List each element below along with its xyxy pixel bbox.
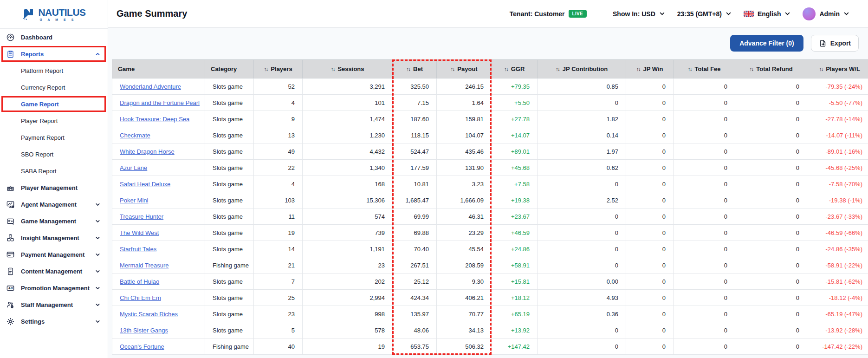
cell-jp_win: 0 <box>626 111 674 127</box>
cell-jp_contribution: 0.00 <box>538 273 626 290</box>
game-link[interactable]: Dragon and the Fortune Pearl <box>120 99 200 106</box>
game-link[interactable]: Mystic Scarab Riches <box>120 311 178 318</box>
cell-sessions: 23 <box>303 257 393 273</box>
game-link[interactable]: Poker Mini <box>120 197 148 204</box>
cell-ggr: +24.86 <box>492 241 538 257</box>
game-link[interactable]: Mermaid Treasure <box>120 262 168 269</box>
cell-total_fee: 0 <box>674 160 735 176</box>
cell-sessions: 3,291 <box>303 78 393 95</box>
cell-game: Ocean's Fortune <box>112 338 205 355</box>
game-link[interactable]: Wonderland Adventure <box>120 83 181 90</box>
sidebar-subitem-label: Player Report <box>21 117 58 124</box>
column-header-sessions[interactable]: ↑↓Sessions <box>303 60 393 78</box>
game-link[interactable]: Azur Lane <box>120 164 147 171</box>
cell-jp_contribution: 0 <box>538 208 626 225</box>
cell-jp_win: 0 <box>626 338 674 355</box>
export-button[interactable]: Export <box>811 35 859 52</box>
sidebar-item-platform-report[interactable]: Platform Report <box>0 62 108 79</box>
cell-players_wl: -58.91 (-22%) <box>807 257 868 273</box>
sidebar-item-insight-management[interactable]: Insight Management <box>0 229 108 246</box>
game-link[interactable]: Checkmate <box>120 132 150 139</box>
cell-players: 4 <box>254 176 303 192</box>
sidebar-item-staff-management[interactable]: Staff Management <box>0 296 108 313</box>
sidebar-item-reports[interactable]: Reports <box>0 46 108 62</box>
cell-total_refund: 0 <box>735 111 807 127</box>
column-header-total-refund[interactable]: ↑↓Total Refund <box>735 60 807 78</box>
sidebar-item-saba-report[interactable]: SABA Report <box>0 163 108 179</box>
game-link[interactable]: Safari Heat Deluxe <box>120 181 170 188</box>
game-link[interactable]: Starfruit Tales <box>120 246 156 253</box>
column-header-jp-contribution[interactable]: ↑↓JP Contribution <box>538 60 626 78</box>
export-icon <box>819 39 827 47</box>
table-row: Mermaid TreasureFishing game2123267.5120… <box>112 257 868 273</box>
cell-jp_contribution: 0.36 <box>538 306 626 322</box>
sidebar-item-currency-report[interactable]: Currency Report <box>0 79 108 96</box>
cell-payout: 70.77 <box>437 306 492 322</box>
sort-icon: ↑↓ <box>406 66 410 72</box>
game-link[interactable]: Hook Treasure: Deep Sea <box>120 116 189 123</box>
cell-total_refund: 0 <box>735 241 807 257</box>
sidebar-item-sbo-report[interactable]: SBO Report <box>0 146 108 163</box>
user-menu[interactable]: Admin <box>803 7 849 20</box>
table-row: Ocean's FortuneFishing game4019653.75506… <box>112 338 868 355</box>
game-link[interactable]: The Wild West <box>120 229 159 236</box>
timezone-selector[interactable]: 23:35 (GMT+8) <box>677 10 732 18</box>
sort-icon: ↑↓ <box>749 66 753 72</box>
column-header-players[interactable]: ↑↓Players <box>254 60 303 78</box>
cell-total_fee: 0 <box>674 127 735 143</box>
cell-payout: 9.30 <box>437 273 492 290</box>
sidebar-item-game-report[interactable]: Game Report <box>0 96 108 112</box>
column-header-bet[interactable]: ↑↓Bet <box>393 60 437 78</box>
cell-category: Slots game <box>205 225 254 241</box>
sidebar-subitem-label: SABA Report <box>21 168 57 175</box>
cell-players: 5 <box>254 322 303 338</box>
sidebar-item-settings[interactable]: Settings <box>0 313 108 330</box>
game-link[interactable]: White Dragon Horse <box>120 148 175 155</box>
column-header-ggr[interactable]: ↑↓GGR <box>492 60 538 78</box>
sidebar-item-promotion-management[interactable]: AdPromotion Management <box>0 280 108 296</box>
sidebar-item-label: Content Management <box>21 268 82 275</box>
cell-jp_contribution: 4.93 <box>538 290 626 306</box>
sidebar-item-label: Promotion Management <box>21 285 90 292</box>
table-row: The Wild WestSlots game1973969.8823.29+4… <box>112 225 868 241</box>
brand-subname: G A M E S <box>38 18 85 21</box>
cell-game: Starfruit Tales <box>112 241 205 257</box>
sidebar-item-content-management[interactable]: Content Management <box>0 263 108 280</box>
game-link[interactable]: Ocean's Fortune <box>120 343 164 350</box>
cell-bet: 267.51 <box>393 257 437 273</box>
cell-players: 25 <box>254 290 303 306</box>
column-header-jp-win[interactable]: ↑↓JP Win <box>626 60 674 78</box>
game-link[interactable]: Battle of Hulao <box>120 278 159 285</box>
cell-sessions: 19 <box>303 338 393 355</box>
settings-icon <box>6 317 15 326</box>
cell-bet: 70.40 <box>393 241 437 257</box>
time-label: 23:35 (GMT+8) <box>677 10 722 18</box>
cell-bet: 653.75 <box>393 338 437 355</box>
game-link[interactable]: 13th Sister Gangs <box>120 327 168 334</box>
cell-total_fee: 0 <box>674 290 735 306</box>
sidebar-item-player-report[interactable]: Player Report <box>0 112 108 129</box>
sidebar-item-game-management[interactable]: Game Management <box>0 213 108 229</box>
cell-bet: 187.60 <box>393 111 437 127</box>
currency-selector[interactable]: Show In: USD <box>613 10 665 18</box>
column-header-players-w-l[interactable]: ↑↓Players W/L <box>807 60 868 78</box>
sidebar-item-player-management[interactable]: Player Management <box>0 179 108 196</box>
advance-filter-button[interactable]: Advance Filter (0) <box>730 35 803 52</box>
column-header-payout[interactable]: ↑↓Payout <box>437 60 492 78</box>
cell-sessions: 15,306 <box>303 192 393 208</box>
cell-game: Wonderland Adventure <box>112 78 205 95</box>
game-link[interactable]: Treasure Hunter <box>120 213 163 220</box>
game-link[interactable]: Chi Chi Em Em <box>120 294 161 301</box>
sidebar-item-agent-management[interactable]: Agent Management <box>0 196 108 213</box>
brand-logo[interactable]: NAUTILUS G A M E S <box>0 0 108 29</box>
cell-players_wl: -7.58 (-70%) <box>807 176 868 192</box>
cell-players: 103 <box>254 192 303 208</box>
cell-payout: 3.23 <box>437 176 492 192</box>
sidebar-item-dashboard[interactable]: Dashboard <box>0 29 108 46</box>
sidebar-item-payment-management[interactable]: Payment Management <box>0 246 108 263</box>
sidebar-item-payment-report[interactable]: Payment Report <box>0 129 108 146</box>
cell-players: 40 <box>254 338 303 355</box>
language-selector[interactable]: English <box>744 10 791 18</box>
cell-total_refund: 0 <box>735 306 807 322</box>
column-header-total-fee[interactable]: ↑↓Total Fee <box>674 60 735 78</box>
